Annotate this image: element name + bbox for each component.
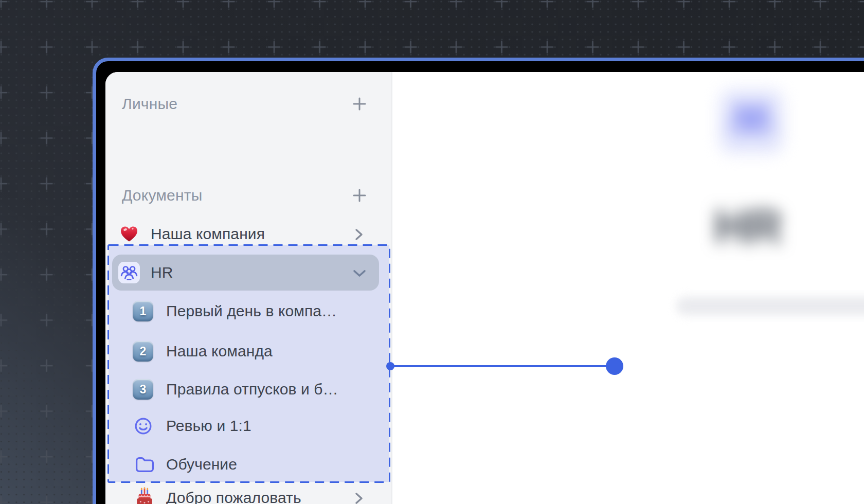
- smiley-icon: [134, 417, 153, 436]
- team-label: Наша команда: [166, 343, 273, 360]
- plus-icon: [352, 188, 367, 203]
- document-area: HR: [392, 72, 864, 504]
- company-label: Наша компания: [151, 225, 265, 243]
- folder-icon: [134, 456, 155, 474]
- sidebar-item-training[interactable]: Обучение: [105, 453, 391, 476]
- sidebar-item-hr[interactable]: HR: [105, 261, 391, 284]
- personal-empty-state: [105, 131, 391, 154]
- sidebar-item-review[interactable]: Ревью и 1:1: [105, 414, 391, 438]
- sidebar-item-team[interactable]: 2 Наша команда: [105, 339, 391, 363]
- keycap-2-icon: 2: [133, 341, 153, 362]
- training-label: Обучение: [166, 456, 237, 473]
- birthday-cake-icon: [135, 487, 154, 504]
- sidebar-section-personal: Личные: [105, 92, 391, 116]
- welcome-label: Добро пожаловать: [166, 489, 301, 504]
- annotation-connector-line: [390, 365, 615, 367]
- keycap-1-digit: 1: [140, 304, 147, 318]
- sidebar-item-vacation-rules[interactable]: 3 Правила отпусков и б…: [105, 377, 391, 401]
- sidebar: Личные Документы: [105, 72, 392, 504]
- app-window-content: Личные Документы: [105, 72, 864, 504]
- section-personal-label: Личные: [122, 95, 177, 113]
- sidebar-item-first-day[interactable]: 1 Первый день в компа…: [105, 299, 391, 323]
- chevron-down-icon[interactable]: [351, 268, 368, 281]
- add-personal-doc-button[interactable]: [352, 97, 367, 111]
- section-documents-label: Документы: [122, 187, 202, 204]
- annotation-anchor-dot: [386, 362, 394, 370]
- heart-icon: [119, 225, 139, 243]
- stage: Личные Документы: [0, 0, 864, 504]
- plus-icon: [352, 97, 367, 111]
- keycap-3-icon: 3: [133, 379, 153, 400]
- keycap-3-digit: 3: [140, 383, 147, 397]
- keycap-1-icon: 1: [133, 301, 153, 321]
- document-icon-blurred: [719, 89, 784, 154]
- hr-label: HR: [151, 264, 173, 281]
- sidebar-item-welcome[interactable]: Добро пожаловать: [105, 486, 391, 504]
- first-day-label: Первый день в компа…: [166, 302, 337, 320]
- vacation-rules-label: Правила отпусков и б…: [166, 381, 338, 398]
- add-document-button[interactable]: [352, 188, 367, 203]
- chevron-right-icon[interactable]: [354, 226, 364, 245]
- app-window: Личные Документы: [93, 58, 864, 504]
- keycap-2-digit: 2: [140, 345, 147, 358]
- annotation-end-dot: [606, 357, 623, 375]
- document-text-blurred: [676, 297, 864, 315]
- people-icon: [118, 262, 140, 283]
- review-label: Ревью и 1:1: [166, 417, 251, 435]
- sidebar-section-documents: Документы: [105, 184, 391, 207]
- sidebar-item-company[interactable]: Наша компания: [105, 222, 391, 246]
- document-title-blurred: HR: [671, 195, 825, 257]
- chevron-right-icon[interactable]: [354, 490, 364, 504]
